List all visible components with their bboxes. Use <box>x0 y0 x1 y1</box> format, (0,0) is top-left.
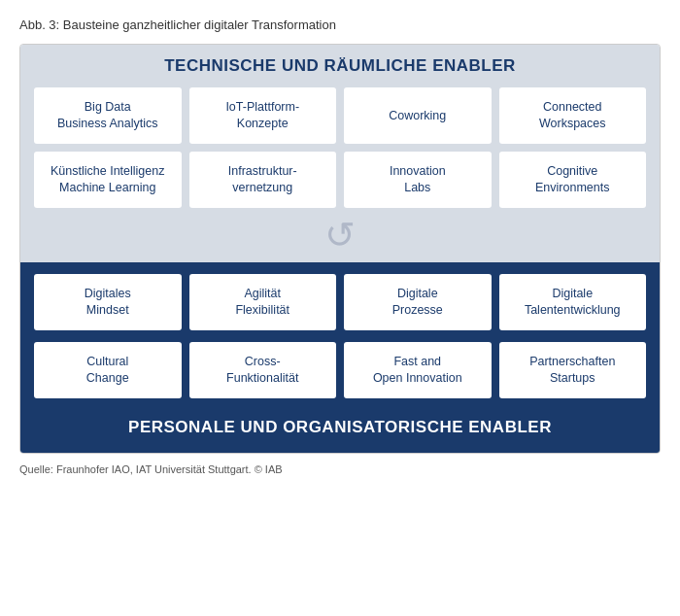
top-row1-grid: Big DataBusiness Analytics IoT-Plattform… <box>34 87 646 144</box>
cell-digitale-talent: DigitaleTalententwicklung <box>499 274 647 330</box>
cell-connected: ConnectedWorkspaces <box>499 87 647 144</box>
cell-big-data: Big DataBusiness Analytics <box>34 87 182 144</box>
cell-cross: Cross-Funktionalität <box>189 342 337 398</box>
cell-agilitaet: AgilitätFlexibilität <box>189 274 337 330</box>
cell-fast-open: Fast andOpen Innovation <box>344 342 492 398</box>
sync-icon: ↻ <box>324 217 356 254</box>
cell-cognitive: CognitiveEnvironments <box>499 152 647 208</box>
cell-partnerschaften: PartnerschaftenStartups <box>499 342 647 398</box>
cell-infrastruktur: Infrastruktur-vernetzung <box>189 152 337 208</box>
bottom-row2-grid: CulturalChange Cross-Funktionalität Fast… <box>34 342 646 398</box>
cell-coworking: Coworking <box>344 87 492 144</box>
cell-ki: Künstliche IntelligenzMachine Learning <box>34 152 182 208</box>
cell-iot: IoT-Plattform-Konzepte <box>189 87 337 144</box>
cell-digitales-mindset: DigitalesMindset <box>34 274 182 330</box>
bottom-section: DigitalesMindset AgilitätFlexibilität Di… <box>20 262 660 453</box>
cell-innovation-labs: InnovationLabs <box>344 152 492 208</box>
top-title: TECHNISCHE UND RÄUMLICHE ENABLER <box>34 56 646 76</box>
top-section: TECHNISCHE UND RÄUMLICHE ENABLER Big Dat… <box>20 45 660 208</box>
arrow-zone: ↻ <box>20 208 660 262</box>
top-row2-grid: Künstliche IntelligenzMachine Learning I… <box>34 152 646 208</box>
cell-digitale-prozesse: DigitaleProzesse <box>344 274 492 330</box>
bottom-row1-grid: DigitalesMindset AgilitätFlexibilität Di… <box>34 262 646 330</box>
cell-cultural-change: CulturalChange <box>34 342 182 398</box>
source-text: Quelle: Fraunhofer IAO, IAT Universität … <box>19 463 661 475</box>
main-diagram: TECHNISCHE UND RÄUMLICHE ENABLER Big Dat… <box>19 44 661 454</box>
figure-caption: Abb. 3: Bausteine ganzheitlicher digital… <box>19 17 661 32</box>
bottom-title: PERSONALE UND ORGANISATORISCHE ENABLER <box>34 410 646 441</box>
